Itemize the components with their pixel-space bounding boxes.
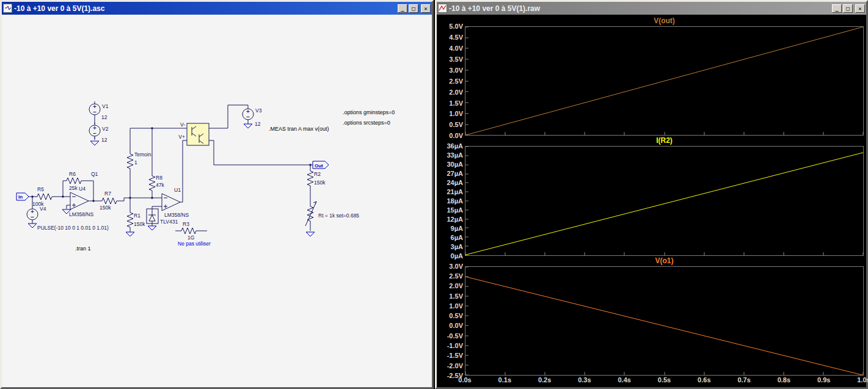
y-tick-label: 4.0V [449,45,463,51]
close-button[interactable]: ✕ [421,4,431,13]
y-tick-label: 33µA [447,152,463,159]
y-tick-label: 2.5V [449,78,463,84]
q1-name[interactable]: Q1 [91,171,98,177]
u1-name[interactable]: U1 [174,187,181,193]
plot-area[interactable] [465,266,864,376]
r5-name[interactable]: R5 [37,186,44,192]
schematic-canvas[interactable]: In Out V1 12 V2 12 V3 12 V4 PULSE(-10 10… [2,15,432,387]
y-tick-label: 0.5V [449,313,463,319]
y-tick-label: 1.5V [449,100,463,106]
plot-title[interactable]: I(R2) [465,136,864,146]
in-port[interactable]: In [16,193,29,200]
r3-value[interactable]: 1G [188,234,194,241]
directive-tran[interactable]: .tran 1 [75,245,91,252]
schematic-window: -10 à +10 ver 0 à 5V(1).asc _ □ ✕ [0,0,434,389]
resistor-r1[interactable] [127,211,133,228]
out-port[interactable]: Out [313,161,329,169]
directive-meas[interactable]: .MEAS tran A max v(out) [269,126,329,132]
voltage-source-v4[interactable] [27,206,38,222]
plot-area[interactable] [465,26,864,136]
minimize-button[interactable]: _ [398,4,407,13]
y-axis-labels: 3.0V2.5V2.0V1.5V1.0V0.5V0.0V-0.5V-1.0V-1… [437,266,465,376]
resistor-r7[interactable] [101,198,118,204]
y-tick-label: 21µA [447,189,463,195]
waveform-titlebar[interactable]: -10 à +10 ver 0 à 5V(1).raw _ □ ✕ [437,2,866,15]
ground-icon[interactable] [148,226,156,230]
resistor-r2[interactable] [307,170,313,187]
r3-name[interactable]: R3 [183,221,189,227]
r7-value[interactable]: 150k [100,205,111,211]
resistor-r5[interactable] [36,194,53,200]
r8-value[interactable]: 47k [156,182,164,188]
rt-name[interactable]: Rt = 1k set=0.685 [318,213,359,219]
minimize-button[interactable]: _ [832,4,842,13]
v3-value[interactable]: 12 [255,121,261,127]
y-tick-label: 0.0V [449,133,463,139]
comment-note[interactable]: Ne pas utiliser [178,241,211,247]
v2-value[interactable]: 12 [101,137,108,143]
ground-icon[interactable] [90,141,99,145]
tlv431-name[interactable]: TLV431 [160,219,178,225]
y-tick-label: 0.5V [449,122,463,128]
y-tick-label: 2.0V [449,283,463,289]
y-tick-label: 24µA [447,180,463,186]
r6-value[interactable]: 25k [69,185,78,191]
directive-options-1[interactable]: .options gminsteps=0 [343,109,395,115]
resistor-r3[interactable] [180,228,197,234]
r5-value[interactable]: 100k [32,201,44,207]
schematic-titlebar[interactable]: -10 à +10 ver 0 à 5V(1).asc _ □ ✕ [2,2,432,15]
v1-name[interactable]: V1 [102,103,109,109]
close-button[interactable]: ✕ [855,4,865,13]
y-tick-label: 30µA [447,161,463,168]
y-tick-label: 18µA [447,197,463,204]
plot-title[interactable]: V(out) [465,16,864,26]
tlv431-symbol[interactable] [147,209,158,224]
y-tick-label: 2.5V [449,272,463,279]
v1-value[interactable]: 12 [101,114,108,120]
r8-name[interactable]: R8 [156,175,162,181]
r6-name[interactable]: R6 [69,171,76,177]
schematic-window-title: -10 à +10 ver 0 à 5V(1).asc [14,2,396,15]
voltage-source-v1[interactable] [89,101,100,117]
resistor-r8[interactable] [149,175,155,192]
ground-icon[interactable] [28,224,37,228]
y-tick-label: 6µA [451,234,463,241]
maximize-button[interactable]: □ [409,4,418,13]
y-tick-label: -0.5V [447,332,463,339]
ground-icon[interactable] [126,232,134,236]
pin-label-vminus: V- [180,122,185,128]
r7-name[interactable]: R7 [104,191,111,197]
r2-name[interactable]: R2 [314,171,321,177]
directive-options-2[interactable]: .options srcsteps=0 [343,120,390,126]
schematic-doc-icon [3,4,12,13]
plot-title[interactable]: V(o1) [465,256,864,266]
y-tick-label: -1.5V [447,352,463,359]
temoin-value[interactable]: 1 [134,159,137,165]
r1-name[interactable]: R1 [134,213,140,219]
v4-value[interactable]: PULSE(-10 10 0 1 0.01 0 1.01) [37,225,109,231]
r1-value[interactable]: 150k [134,221,145,227]
plot-area[interactable] [465,146,864,255]
voltage-source-v3[interactable] [243,106,253,122]
temoin-name[interactable]: Temoin [134,151,151,158]
ground-icon[interactable] [244,124,252,128]
ground-icon[interactable] [306,232,315,236]
v3-name[interactable]: V3 [255,107,262,114]
y-tick-label: 3µA [451,243,463,250]
u4-value[interactable]: LM358/NS [69,211,93,217]
opto-block[interactable] [187,123,209,145]
v2-name[interactable]: V2 [102,126,109,132]
x-tick-label: 0.3s [578,377,591,384]
y-tick-label: 1.5V [449,293,463,299]
r2-value[interactable]: 150k [314,180,326,186]
trace-V(o1) [465,277,863,375]
y-tick-label: 27µA [447,170,463,177]
maximize-button[interactable]: □ [843,4,853,13]
resistor-temoin[interactable] [127,153,133,170]
opamp-u1[interactable] [162,194,180,211]
u4-name[interactable]: U4 [79,186,86,192]
voltage-source-v2[interactable] [89,123,100,139]
u1-value[interactable]: LM358/NS [164,212,189,218]
opamp-u4[interactable] [70,192,89,209]
resistor-r6[interactable] [65,178,82,184]
